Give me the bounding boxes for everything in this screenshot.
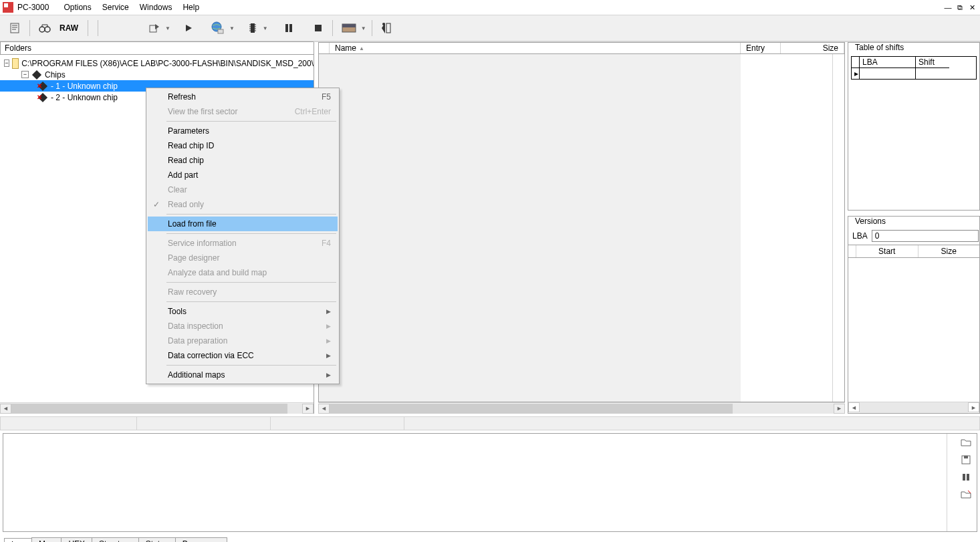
log-pause-button[interactable] [959, 471, 973, 483]
col-entry[interactable]: Entry [741, 43, 781, 53]
grid-hscroll[interactable]: ◄ ► [318, 402, 845, 414]
ctx-parameters[interactable]: Parameters [148, 124, 338, 138]
ctx-add-part[interactable]: Add part [148, 168, 338, 182]
scroll-thumb[interactable] [330, 404, 733, 414]
export-icon [148, 23, 160, 33]
ctx-page-designer[interactable]: Page designer [148, 251, 338, 265]
svg-rect-15 [964, 456, 968, 458]
minimize-button[interactable]: — [943, 3, 953, 12]
svg-point-13 [382, 23, 385, 25]
tab-hex[interactable]: HEX [61, 537, 92, 542]
tab-status[interactable]: Status [138, 537, 176, 542]
tree-chip-1-label: - 1 - Unknown chip [51, 82, 118, 91]
svg-rect-7 [285, 24, 288, 32]
folders-hscroll[interactable]: ◄ ► [0, 402, 314, 414]
ver-col-size[interactable]: Size [918, 245, 980, 257]
script-button[interactable] [5, 19, 24, 37]
ctx-data-inspection[interactable]: Data inspection ▶ [148, 319, 338, 333]
log-open-button[interactable] [959, 436, 973, 448]
scroll-left-button[interactable]: ◄ [318, 404, 330, 414]
ctx-tools[interactable]: Tools ▶ [148, 304, 338, 319]
log-clear-button[interactable] [959, 489, 973, 501]
export-button[interactable] [145, 19, 164, 37]
exit-button[interactable] [378, 19, 395, 37]
tab-processes[interactable]: Processes [175, 537, 227, 542]
menu-options[interactable]: Options [58, 1, 96, 13]
image-button[interactable] [338, 19, 360, 37]
col-name[interactable]: Name ▲ [330, 43, 741, 53]
table-row[interactable] [860, 68, 916, 79]
scroll-left-button[interactable]: ◄ [0, 404, 11, 414]
tree-chips[interactable]: − Chips [0, 69, 314, 80]
grid-header: Name ▲ Entry Size [318, 42, 845, 54]
versions-panel: Versions LBA Start Size ◄ ► [848, 216, 980, 414]
ctx-refresh[interactable]: Refresh F5 [148, 90, 338, 104]
status-cell-2 [137, 417, 271, 430]
play-button[interactable] [180, 19, 197, 37]
sort-asc-icon: ▲ [359, 45, 364, 51]
shifts-col-lba[interactable]: LBA [860, 57, 916, 68]
ctx-service-information[interactable]: Service information F4 [148, 236, 338, 251]
scroll-right-button[interactable]: ► [302, 404, 314, 414]
ctx-refresh-label: Refresh [168, 92, 196, 102]
ctx-load-from-file[interactable]: Load from file [148, 217, 338, 231]
ctx-separator [166, 214, 336, 215]
stop-icon [314, 24, 322, 32]
scroll-right-button[interactable]: ► [968, 402, 979, 412]
ctx-analyze[interactable]: Analyze data and build map [148, 265, 338, 280]
tree-root[interactable]: − C:\PROGRAM FILES (X86)\ACE LAB\PC-3000… [0, 57, 314, 69]
lba-input[interactable] [872, 230, 979, 242]
menu-help[interactable]: Help [177, 1, 205, 13]
log-save-button[interactable] [959, 454, 973, 466]
versions-hscroll[interactable]: ◄ ► [848, 402, 979, 413]
collapse-icon[interactable]: − [21, 71, 29, 78]
ctx-data-correction[interactable]: Data correction via ECC ▶ [148, 348, 338, 363]
scroll-thumb[interactable] [11, 404, 287, 414]
tab-structure[interactable]: Structure [92, 537, 139, 542]
ctx-read-chip-id[interactable]: Read chip ID [148, 138, 338, 153]
log-textarea[interactable] [3, 434, 947, 531]
svg-rect-16 [963, 474, 965, 481]
svg-rect-11 [342, 24, 356, 27]
ctx-clear-label: Clear [168, 185, 187, 194]
svg-rect-6 [251, 23, 255, 33]
ctx-raw-recovery[interactable]: Raw recovery [148, 285, 338, 299]
col-size[interactable]: Size [781, 43, 844, 53]
ctx-clear[interactable]: Clear [148, 182, 338, 197]
close-button[interactable]: ✕ [967, 3, 977, 12]
table-row[interactable] [916, 68, 949, 79]
pause-button[interactable] [280, 19, 297, 37]
chip-button[interactable] [244, 19, 261, 37]
pause-icon [285, 23, 293, 33]
collapse-icon[interactable]: − [4, 59, 9, 67]
ver-col-start[interactable]: Start [856, 245, 918, 257]
script-icon [9, 22, 21, 34]
check-icon: ✓ [153, 200, 160, 209]
ctx-read-only-label: Read only [168, 200, 204, 209]
restore-button[interactable]: ⧉ [955, 3, 965, 12]
scroll-left-button[interactable]: ◄ [848, 402, 860, 412]
globe-button[interactable] [207, 19, 228, 37]
shifts-table[interactable]: LBA Shift ▸ [851, 56, 977, 80]
shifts-title: Table of shifts [851, 43, 908, 53]
ctx-read-only[interactable]: ✓ Read only [148, 197, 338, 212]
ctx-data-preparation[interactable]: Data preparation ▶ [148, 333, 338, 348]
shifts-col-shift[interactable]: Shift [916, 57, 949, 68]
grid-body[interactable] [318, 54, 845, 402]
tab-log[interactable]: Log [4, 538, 32, 542]
titlebar: PC-3000 Options Service Windows Help — ⧉… [0, 0, 980, 15]
stop-button[interactable] [310, 19, 327, 37]
binoculars-button[interactable] [35, 19, 54, 37]
menu-windows[interactable]: Windows [134, 1, 178, 13]
ctx-view-first-sector[interactable]: View the first sector Ctrl+Enter [148, 104, 338, 119]
tab-map[interactable]: Map [31, 537, 62, 542]
menu-service[interactable]: Service [97, 1, 134, 13]
ctx-read-chip[interactable]: Read chip [148, 153, 338, 168]
versions-body[interactable] [848, 258, 979, 402]
raw-button[interactable]: RAW [55, 23, 82, 33]
ctx-additional-maps[interactable]: Additional maps ▶ [148, 368, 338, 382]
tree-chips-label: Chips [45, 70, 66, 80]
ctx-read-chip-label: Read chip [168, 156, 204, 165]
scroll-right-button[interactable]: ► [834, 404, 845, 414]
app-icon [3, 2, 13, 13]
